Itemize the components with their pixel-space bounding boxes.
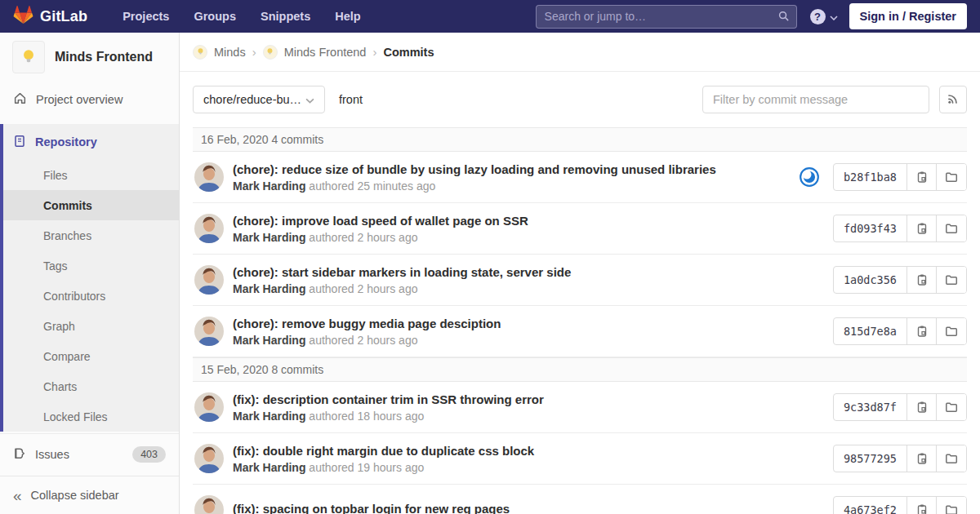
clipboard-icon [915, 452, 929, 465]
commits-feed-button[interactable] [939, 86, 967, 113]
gitlab-logo[interactable]: GitLab [13, 5, 87, 28]
browse-files-button[interactable] [937, 445, 966, 472]
commits-controls: chore/reduce-bu… front [193, 86, 967, 113]
sidebar-item-compare[interactable]: Compare [3, 341, 179, 371]
sidebar-item-locked-files[interactable]: Locked Files [3, 401, 179, 432]
commit-title-link[interactable]: (fix): spacing on topbar login for new r… [233, 502, 510, 514]
sidebar-item-graph[interactable]: Graph [3, 311, 179, 341]
commit-row: (chore): improve load speed of wallet pa… [193, 203, 967, 255]
top-navbar: GitLab Projects Groups Snippets Help ? S… [0, 0, 980, 33]
help-menu[interactable]: ? [810, 9, 838, 24]
project-avatar-small [263, 45, 278, 60]
author-avatar[interactable] [194, 162, 224, 192]
browse-files-button[interactable] [937, 164, 966, 190]
commit-sha-link[interactable]: 4a673ef2 [834, 497, 907, 514]
commit-title-link[interactable]: (fix): double right margin due to duplic… [233, 444, 534, 458]
copy-sha-button[interactable] [907, 215, 937, 241]
commit-author-link[interactable]: Mark Harding [233, 231, 305, 244]
commit-sha-link[interactable]: b28f1ba8 [834, 164, 907, 190]
sidebar-item-commits[interactable]: Commits [3, 190, 179, 220]
search-input[interactable] [536, 5, 797, 29]
author-avatar[interactable] [194, 214, 224, 243]
lightbulb-icon [196, 47, 205, 56]
commit-sha-link[interactable]: 98577295 [834, 445, 907, 472]
sidebar-item-branches[interactable]: Branches [3, 220, 179, 250]
copy-sha-button[interactable] [907, 497, 937, 514]
commit-title-link[interactable]: (chore): reduce size of bundle by using … [233, 162, 716, 176]
browse-files-button[interactable] [937, 497, 966, 514]
commit-author-link[interactable]: Mark Harding [233, 334, 305, 347]
sidebar-item-project-overview[interactable]: Project overview [0, 82, 179, 117]
browse-files-button[interactable] [937, 318, 966, 344]
branch-selector-dropdown[interactable]: chore/reduce-bu… [193, 86, 325, 113]
author-avatar[interactable] [194, 392, 224, 422]
copy-sha-button[interactable] [907, 318, 937, 344]
copy-sha-button[interactable] [907, 164, 937, 190]
commit-sha-link[interactable]: 1a0dc356 [834, 267, 907, 293]
commit-sha-link[interactable]: 815d7e8a [834, 318, 907, 344]
sidebar-item-contributors[interactable]: Contributors [3, 281, 179, 311]
project-sidebar: Minds Frontend Project overview Reposito… [0, 33, 180, 514]
breadcrumb-group-link[interactable]: Minds [214, 46, 246, 59]
clipboard-icon [915, 273, 929, 286]
commit-title-link[interactable]: (chore): start sidebar markers in loadin… [233, 265, 571, 279]
group-avatar [193, 45, 207, 60]
commit-author-link[interactable]: Mark Harding [233, 461, 305, 474]
commit-author-link[interactable]: Mark Harding [233, 410, 305, 423]
commit-sha-group: 1a0dc356 [833, 266, 967, 294]
commit-meta-text: authored 2 hours ago [309, 231, 417, 244]
sidebar-item-charts[interactable]: Charts [3, 371, 179, 401]
browse-files-button[interactable] [937, 215, 966, 241]
clipboard-icon [915, 401, 929, 414]
project-header[interactable]: Minds Frontend [0, 33, 179, 82]
commit-title-link[interactable]: (fix): description container trim in SSR… [233, 392, 544, 406]
issues-count-badge: 403 [132, 446, 166, 463]
commit-title-link[interactable]: (chore): improve load speed of wallet pa… [233, 214, 528, 228]
copy-sha-button[interactable] [907, 394, 937, 420]
commit-sha-link[interactable]: fd093f43 [834, 215, 907, 241]
commit-meta-text: authored 2 hours ago [309, 282, 417, 295]
commit-title-link[interactable]: (chore): remove buggy media page descipt… [233, 317, 501, 330]
copy-sha-button[interactable] [907, 267, 937, 293]
nav-item-groups[interactable]: Groups [183, 2, 247, 31]
sidebar-item-repository[interactable]: Repository [3, 124, 179, 160]
branch-selector-value: chore/reduce-bu… [203, 93, 301, 106]
document-icon [13, 135, 26, 150]
nav-item-projects[interactable]: Projects [112, 2, 180, 31]
sidebar-item-tags[interactable]: Tags [3, 250, 179, 281]
browse-files-button[interactable] [937, 267, 966, 293]
nav-item-snippets[interactable]: Snippets [250, 2, 321, 31]
commit-sha-group: 4a673ef2 [833, 496, 967, 514]
commit-row: (chore): remove buggy media page descipt… [193, 306, 967, 357]
sign-in-register-button[interactable]: Sign in / Register [849, 3, 967, 29]
sidebar-item-files[interactable]: Files [3, 160, 179, 190]
folder-icon [945, 222, 958, 235]
gitlab-tanuki-icon [13, 5, 33, 28]
commit-author-link[interactable]: Mark Harding [233, 282, 305, 295]
pipeline-status-running-icon[interactable] [799, 166, 820, 188]
commits-list: 16 Feb, 2020 4 commits (chore): reduce s… [193, 127, 967, 514]
collapse-sidebar-button[interactable]: « Collapse sidebar [0, 476, 179, 514]
project-avatar [12, 41, 45, 73]
commit-sha-link[interactable]: 9c33d87f [834, 394, 907, 420]
copy-sha-button[interactable] [907, 445, 937, 472]
question-mark-icon: ? [810, 9, 826, 24]
author-avatar[interactable] [194, 265, 224, 295]
commit-author-link[interactable]: Mark Harding [233, 179, 305, 193]
commit-meta-text: authored 19 hours ago [309, 461, 424, 474]
commit-filter-input[interactable] [702, 86, 929, 113]
author-avatar[interactable] [194, 495, 224, 514]
commit-sha-group: fd093f43 [833, 215, 967, 242]
home-icon [13, 91, 27, 108]
commit-meta-text: authored 18 hours ago [309, 410, 424, 423]
folder-icon [945, 401, 958, 414]
sidebar-item-issues[interactable]: Issues 403 [0, 433, 179, 475]
folder-icon [945, 273, 958, 286]
breadcrumb-project-link[interactable]: Minds Frontend [284, 46, 367, 59]
nav-item-help[interactable]: Help [324, 2, 371, 31]
author-avatar[interactable] [194, 444, 224, 473]
browse-files-button[interactable] [937, 394, 966, 420]
issues-icon [13, 447, 26, 463]
author-avatar[interactable] [194, 317, 224, 346]
folder-icon [945, 325, 958, 338]
